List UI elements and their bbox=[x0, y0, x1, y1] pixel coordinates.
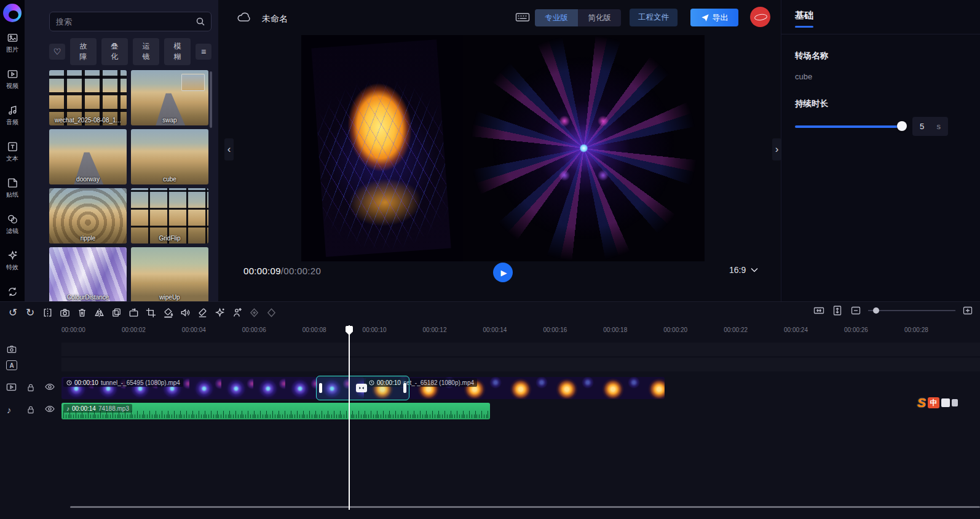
sidebar-item-transition[interactable] bbox=[7, 286, 18, 298]
library-item[interactable]: GridFlip bbox=[131, 188, 208, 244]
add-keyframe-icon bbox=[248, 307, 260, 319]
library-item[interactable]: ripple bbox=[49, 188, 127, 244]
delete-button[interactable] bbox=[74, 303, 90, 322]
split-button[interactable] bbox=[39, 303, 55, 322]
timeline-scrollbar[interactable] bbox=[70, 506, 980, 508]
library-item[interactable]: ColourDistance bbox=[49, 247, 127, 303]
ruler-label: 00:00:04 bbox=[182, 327, 242, 338]
library-item[interactable]: wechat_2025-08-08_1... bbox=[49, 70, 127, 125]
split-icon bbox=[42, 307, 53, 319]
transition-handle-right[interactable] bbox=[403, 383, 406, 393]
undo-button[interactable]: ↺ bbox=[5, 303, 21, 322]
fit-height-icon[interactable] bbox=[831, 304, 844, 317]
subtitle-track-icon[interactable]: A bbox=[6, 360, 17, 370]
search-icon[interactable] bbox=[196, 17, 205, 26]
copy-button[interactable] bbox=[108, 303, 124, 322]
sidebar-item-sticker[interactable]: 贴纸 bbox=[6, 177, 18, 199]
sidebar-item-image[interactable]: 图片 bbox=[6, 32, 18, 54]
transition-handle-left[interactable] bbox=[319, 383, 322, 393]
library-item[interactable]: cube bbox=[131, 129, 208, 184]
fill-button[interactable] bbox=[160, 303, 176, 322]
aspect-ratio-control[interactable]: 16:9 bbox=[729, 265, 758, 275]
timeline-zoom-slider[interactable] bbox=[868, 307, 955, 314]
library-item[interactable]: swap bbox=[131, 70, 208, 125]
preview-video[interactable] bbox=[301, 35, 705, 261]
undo-icon: ↺ bbox=[9, 306, 17, 319]
tab-basic[interactable]: 基础 bbox=[795, 10, 813, 22]
effects-button[interactable] bbox=[211, 303, 227, 322]
sidebar-item-label: 视频 bbox=[6, 82, 18, 90]
ime-language-badge[interactable]: 中 bbox=[928, 397, 939, 408]
subtitle-lane[interactable] bbox=[61, 358, 980, 371]
ime-widget[interactable]: S 中 bbox=[917, 395, 958, 410]
ruler-label: 00:00:24 bbox=[784, 327, 844, 338]
crop-button[interactable] bbox=[143, 303, 159, 322]
project-file-button[interactable]: 工程文件 bbox=[630, 9, 678, 26]
sidebar-item-audio[interactable]: 音频 bbox=[6, 105, 18, 127]
audio-track-visibility[interactable] bbox=[44, 405, 55, 413]
play-button[interactable]: ▶ bbox=[493, 263, 513, 282]
replace-button[interactable] bbox=[125, 303, 141, 322]
search-input[interactable] bbox=[50, 17, 196, 26]
library-item[interactable]: wipeUp bbox=[131, 247, 208, 303]
transition-clip[interactable] bbox=[316, 376, 409, 400]
mode-simple-button[interactable]: 简化版 bbox=[578, 9, 621, 26]
library-item-name: swap bbox=[131, 117, 208, 124]
library-scrollbar[interactable] bbox=[210, 71, 212, 128]
filter-tab[interactable]: 模糊 bbox=[164, 38, 191, 65]
app-logo[interactable] bbox=[3, 4, 22, 22]
sidebar-item-effects[interactable]: 特效 bbox=[6, 250, 18, 272]
snapshot-button[interactable] bbox=[57, 303, 73, 322]
redo-button[interactable]: ↻ bbox=[22, 303, 38, 322]
speaker-icon bbox=[180, 307, 191, 319]
library-item-name: doorway bbox=[49, 176, 127, 183]
fit-width-icon[interactable] bbox=[813, 304, 825, 317]
user-avatar[interactable] bbox=[750, 7, 770, 27]
duration-input[interactable]: 5 s bbox=[912, 117, 948, 136]
sticker-icon bbox=[7, 177, 18, 189]
duration-slider-knob[interactable] bbox=[897, 121, 907, 131]
audio-track-lock[interactable] bbox=[26, 405, 36, 414]
timeline-ruler[interactable]: 00:00:0000:00:0200:00:0400:00:0600:00:08… bbox=[61, 327, 965, 338]
picture-track-icon[interactable] bbox=[6, 344, 17, 354]
audio-track-icon[interactable]: ♪ bbox=[7, 405, 12, 415]
transition-name-label: 转场名称 bbox=[795, 50, 828, 61]
keyframe-button[interactable] bbox=[263, 303, 279, 322]
sidebar-item-filter[interactable]: 滤镜 bbox=[6, 213, 18, 236]
transition-name-value: cube bbox=[795, 72, 812, 81]
mirror-button[interactable] bbox=[91, 303, 107, 322]
zoom-slider-knob[interactable] bbox=[873, 307, 879, 314]
zoom-in-icon[interactable] bbox=[962, 304, 974, 317]
ruler-label: 00:00:00 bbox=[61, 327, 122, 338]
duration-slider[interactable] bbox=[795, 125, 903, 128]
keyboard-icon[interactable] bbox=[515, 12, 530, 23]
filter-tab[interactable]: 运镜 bbox=[133, 38, 159, 65]
cloud-sync-icon[interactable] bbox=[237, 12, 252, 23]
mode-pro-button[interactable]: 专业版 bbox=[535, 9, 578, 26]
zoom-out-icon[interactable] bbox=[850, 304, 862, 317]
ruler-label: 00:00:02 bbox=[122, 327, 182, 338]
eraser-button[interactable] bbox=[194, 303, 210, 322]
collapse-left-panel[interactable]: ‹ bbox=[224, 138, 234, 160]
collapse-right-panel[interactable]: › bbox=[772, 138, 781, 160]
favorites-button[interactable]: ♡ bbox=[49, 44, 65, 60]
transition-grid: wechat_2025-08-08_1... swap doorway cube… bbox=[49, 70, 208, 303]
library-item[interactable]: doorway bbox=[49, 129, 127, 184]
volume-button[interactable] bbox=[177, 303, 193, 322]
playhead-line[interactable] bbox=[349, 325, 350, 510]
tracking-button[interactable] bbox=[229, 303, 245, 322]
audio-clip[interactable]: ♪ 00:00:14 74188.mp3 bbox=[61, 403, 490, 419]
add-keyframe-button[interactable] bbox=[246, 303, 262, 322]
menu-button[interactable]: ≡ bbox=[196, 44, 211, 60]
picture-lane[interactable] bbox=[61, 343, 980, 356]
filter-tab[interactable]: 故障 bbox=[70, 38, 97, 65]
ime-tool-icon[interactable] bbox=[952, 399, 958, 406]
sidebar-item-video[interactable]: 视频 bbox=[6, 68, 18, 90]
export-button[interactable]: 导出 bbox=[690, 9, 738, 26]
ruler-label: 00:00:08 bbox=[302, 327, 363, 338]
ruler-label: 00:00:12 bbox=[423, 327, 483, 338]
sidebar-item-text[interactable]: 文本 bbox=[6, 141, 18, 163]
ruler-label: 00:00:18 bbox=[603, 327, 663, 338]
ime-panel-icon[interactable] bbox=[941, 398, 950, 407]
filter-tab[interactable]: 叠化 bbox=[101, 38, 128, 65]
